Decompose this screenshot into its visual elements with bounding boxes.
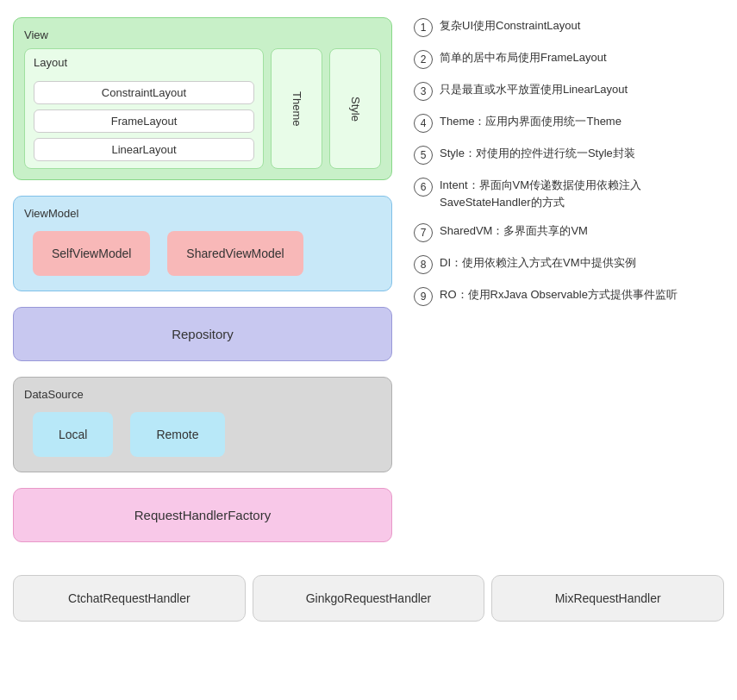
- annotation-number: 1: [414, 18, 433, 37]
- annotation-text: 复杂UI使用ConstraintLayout: [440, 17, 580, 34]
- frame-layout-item: FrameLayout: [34, 109, 254, 133]
- annotation-text: Style：对使用的控件进行统一Style封装: [440, 145, 635, 162]
- annotation-item: 2简单的居中布局使用FrameLayout: [414, 49, 728, 69]
- annotation-text: RO：使用RxJava Observable方式提供事件监听: [440, 286, 678, 303]
- repository-label: Repository: [172, 327, 234, 341]
- view-box: View Layout ConstraintLayout FrameLayout…: [13, 17, 392, 180]
- ginkgo-handler-box: GinkgoRequestHandler: [253, 575, 485, 622]
- annotation-text: SharedVM：多界面共享的VM: [440, 222, 588, 240]
- annotation-number: 3: [414, 82, 433, 101]
- viewmodel-box: ViewModel SelfViewModel SharedViewModel: [13, 196, 392, 291]
- annotation-item: 3只是最直或水平放置使用LinearLayout: [414, 81, 728, 101]
- annotation-item: 6Intent：界面向VM传递数据使用依赖注入SaveStateHandler的…: [414, 177, 728, 210]
- viewmodel-box-label: ViewModel: [24, 207, 381, 220]
- annotation-text: Intent：界面向VM传递数据使用依赖注入SaveStateHandler的方…: [440, 177, 728, 210]
- view-box-label: View: [24, 28, 381, 41]
- annotation-number: 2: [414, 50, 433, 69]
- annotation-text: Theme：应用内界面使用统一Theme: [440, 113, 621, 130]
- annotation-text: 简单的居中布局使用FrameLayout: [440, 49, 607, 66]
- annotation-item: 8DI：使用依赖注入方式在VM中提供实例: [414, 254, 728, 274]
- repository-box: Repository: [13, 307, 392, 361]
- annotation-item: 1复杂UI使用ConstraintLayout: [414, 17, 728, 37]
- annotation-item: 9RO：使用RxJava Observable方式提供事件监听: [414, 286, 728, 306]
- annotation-text: 只是最直或水平放置使用LinearLayout: [440, 81, 628, 98]
- main-container: View Layout ConstraintLayout FrameLayout…: [0, 0, 737, 575]
- right-column: 1复杂UI使用ConstraintLayout2简单的居中布局使用FrameLa…: [405, 9, 737, 566]
- style-box: Style: [329, 48, 381, 169]
- viewmodel-inner: SelfViewModel SharedViewModel: [24, 227, 381, 280]
- factory-label: RequestHandlerFactory: [134, 508, 271, 522]
- annotation-number: 6: [414, 178, 433, 197]
- annotation-number: 5: [414, 146, 433, 165]
- mix-handler-box: MixRequestHandler: [491, 575, 724, 622]
- annotation-item: 7SharedVM：多界面共享的VM: [414, 222, 728, 242]
- theme-box: Theme: [271, 48, 322, 169]
- shared-viewmodel-item: SharedViewModel: [167, 231, 303, 276]
- layout-label: Layout: [34, 56, 254, 69]
- datasource-inner: Local Remote: [24, 408, 381, 461]
- ctchat-handler-box: CtchatRequestHandler: [13, 575, 246, 622]
- annotation-text: DI：使用依赖注入方式在VM中提供实例: [440, 254, 636, 272]
- factory-box: RequestHandlerFactory: [13, 488, 392, 542]
- annotation-number: 7: [414, 223, 433, 242]
- constraint-layout-item: ConstraintLayout: [34, 81, 254, 104]
- annotation-item: 4Theme：应用内界面使用统一Theme: [414, 113, 728, 133]
- datasource-box: DataSource Local Remote: [13, 377, 392, 472]
- layout-subbox: Layout ConstraintLayout FrameLayout Line…: [24, 48, 264, 169]
- self-viewmodel-item: SelfViewModel: [33, 231, 150, 276]
- annotation-item: 5Style：对使用的控件进行统一Style封装: [414, 145, 728, 165]
- annotation-number: 8: [414, 255, 433, 274]
- datasource-box-label: DataSource: [24, 388, 381, 401]
- annotation-number: 4: [414, 114, 433, 133]
- remote-item: Remote: [130, 412, 224, 457]
- annotation-list: 1复杂UI使用ConstraintLayout2简单的居中布局使用FrameLa…: [414, 17, 728, 306]
- local-item: Local: [33, 412, 113, 457]
- linear-layout-item: LinearLayout: [34, 138, 254, 161]
- left-column: View Layout ConstraintLayout FrameLayout…: [0, 9, 405, 566]
- handlers-row: CtchatRequestHandler GinkgoRequestHandle…: [0, 575, 737, 622]
- annotation-number: 9: [414, 287, 433, 306]
- view-inner: Layout ConstraintLayout FrameLayout Line…: [24, 48, 381, 169]
